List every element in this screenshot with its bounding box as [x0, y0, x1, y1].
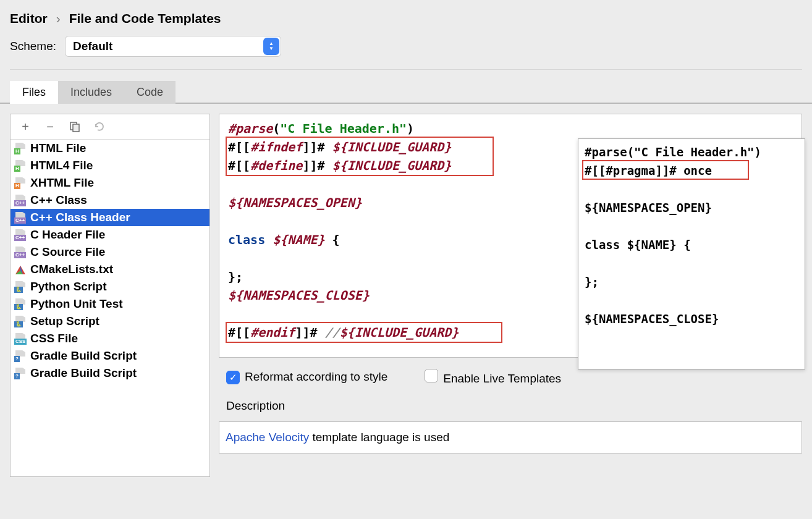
- file-item[interactable]: 🐍Setup Script: [11, 313, 209, 330]
- file-icon: C++: [14, 195, 27, 206]
- content-area: + − HHTML FileHHTML4 FileHXHTML FileC++C…: [0, 104, 812, 487]
- revert-icon: [93, 120, 106, 133]
- file-name: Python Script: [30, 280, 107, 293]
- checkbox-unchecked-icon: [425, 369, 438, 382]
- file-item[interactable]: CSSCSS File: [11, 330, 209, 347]
- remove-button[interactable]: −: [44, 120, 56, 133]
- file-name: HTML4 File: [30, 159, 93, 172]
- select-arrows-icon: ▲▼: [263, 38, 279, 55]
- ns-close: ${NAMESPACES_CLOSE}: [228, 288, 370, 303]
- code-str: "C File Header.h": [280, 121, 407, 136]
- description-label: Description: [219, 397, 802, 415]
- file-item[interactable]: HHTML File: [11, 140, 209, 157]
- breadcrumb-current: File and Code Templates: [69, 11, 221, 26]
- breadcrumb-parent[interactable]: Editor: [10, 11, 48, 26]
- copy-icon: [69, 121, 80, 132]
- file-name: CMakeLists.txt: [30, 263, 113, 276]
- file-icon: C++: [14, 212, 27, 223]
- tab-files[interactable]: Files: [10, 81, 58, 104]
- highlight-box-2: [226, 322, 502, 343]
- file-item[interactable]: CMakeLists.txt: [11, 261, 209, 278]
- file-item[interactable]: C++C Source File: [11, 243, 209, 261]
- file-name: XHTML File: [30, 176, 94, 190]
- code-parse: #parse: [228, 121, 273, 136]
- file-icon: ?: [14, 350, 27, 361]
- highlight-box-3: [582, 160, 749, 180]
- scheme-row: Scheme: Default ▲▼: [0, 35, 812, 69]
- breadcrumb: Editor › File and Code Templates: [0, 0, 812, 35]
- tab-includes[interactable]: Includes: [58, 81, 124, 104]
- scheme-select[interactable]: Default ▲▼: [65, 36, 281, 57]
- svg-rect-1: [73, 124, 79, 132]
- file-item[interactable]: C++C++ Class: [11, 192, 209, 209]
- file-name: C++ Class Header: [30, 211, 130, 224]
- main-area: #parse("C File Header.h") #[[#ifndef]]# …: [219, 114, 802, 477]
- file-name: Gradle Build Script: [30, 366, 137, 380]
- ns-open: ${NAMESPACES_OPEN}: [228, 195, 362, 210]
- file-icon: ?: [14, 368, 27, 379]
- description-box: Apache Velocity template language is use…: [219, 421, 802, 454]
- cmake-icon: [14, 264, 27, 275]
- velocity-link[interactable]: Apache Velocity: [226, 431, 309, 444]
- scheme-value: Default: [73, 40, 112, 53]
- code-preview-after: #parse("C File Header.h") #[[#pragma]]# …: [578, 138, 805, 369]
- file-item[interactable]: HXHTML File: [11, 174, 209, 192]
- file-icon: C++: [14, 229, 27, 240]
- file-name: Setup Script: [30, 314, 99, 328]
- file-icon: 🐍: [14, 298, 27, 310]
- file-item[interactable]: C++C Header File: [11, 226, 209, 243]
- revert-button[interactable]: [93, 120, 106, 133]
- file-item[interactable]: ?Gradle Build Script: [11, 347, 209, 365]
- tabs: Files Includes Code: [0, 70, 812, 104]
- file-item[interactable]: ?Gradle Build Script: [11, 365, 209, 382]
- file-icon: H: [14, 160, 27, 171]
- file-item[interactable]: 🐍Python Script: [11, 278, 209, 295]
- copy-button[interactable]: [69, 120, 81, 133]
- file-icon: 🐍: [14, 281, 27, 292]
- live-templates-check[interactable]: Enable Live Templates: [425, 369, 561, 386]
- file-item[interactable]: 🐍Python Unit Test: [11, 295, 209, 313]
- file-name: CSS File: [30, 332, 78, 345]
- file-name: HTML File: [30, 141, 86, 155]
- file-name: C Source File: [30, 245, 105, 259]
- highlight-box-1: [226, 137, 494, 176]
- tab-code[interactable]: Code: [124, 81, 176, 104]
- sidebar-toolbar: + −: [11, 114, 209, 140]
- file-name: Python Unit Test: [30, 297, 123, 311]
- file-icon: H: [14, 143, 27, 154]
- add-button[interactable]: +: [19, 120, 32, 133]
- file-list[interactable]: HHTML FileHHTML4 FileHXHTML FileC++C++ C…: [11, 140, 209, 476]
- file-icon: C++: [14, 247, 27, 258]
- file-icon: H: [14, 177, 27, 188]
- file-item[interactable]: C++C++ Class Header: [11, 209, 209, 226]
- file-name: C Header File: [30, 228, 105, 242]
- file-icon: CSS: [14, 333, 27, 344]
- scheme-label: Scheme:: [10, 40, 56, 53]
- file-icon: 🐍: [14, 316, 27, 327]
- file-item[interactable]: HHTML4 File: [11, 157, 209, 174]
- file-name: Gradle Build Script: [30, 349, 137, 363]
- breadcrumb-separator: ›: [56, 11, 61, 26]
- file-name: C++ Class: [30, 193, 87, 207]
- template-sidebar: + − HHTML FileHHTML4 FileHXHTML FileC++C…: [10, 114, 210, 477]
